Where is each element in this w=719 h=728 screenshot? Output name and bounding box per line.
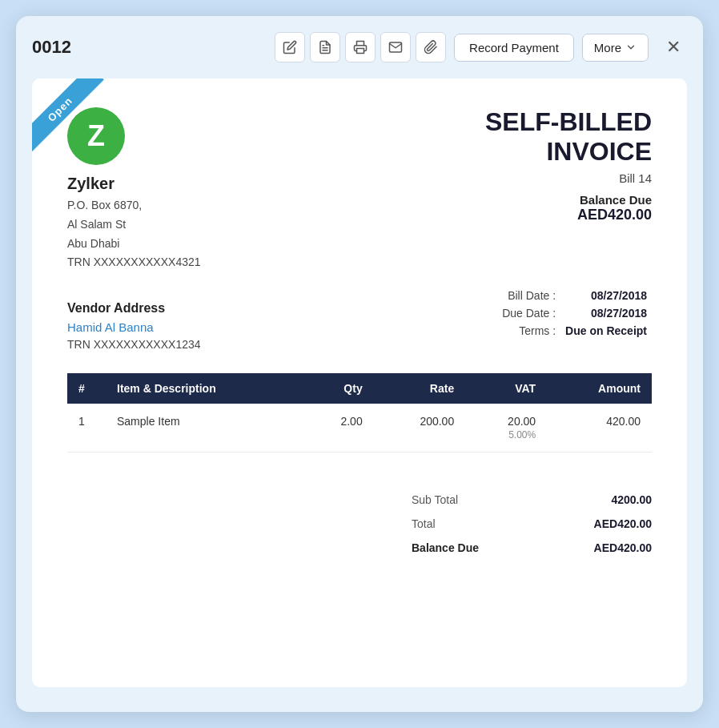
bill-date-row: Bill Date : 08/27/2018: [497, 287, 652, 304]
company-address: P.O. Box 6870, Al Salam St Abu Dhabi TRN…: [67, 196, 201, 272]
invoice-card: Open Z Zylker P.O. Box 6870, Al Salam St…: [32, 78, 687, 687]
row-rate: 200.00: [374, 404, 466, 452]
svg-rect-2: [357, 49, 364, 54]
invoice-title: SELF-BILLED INVOICE: [485, 107, 652, 167]
row-description: Sample Item: [106, 404, 302, 452]
row-vat-pct: 5.00%: [476, 429, 536, 440]
record-payment-button[interactable]: Record Payment: [454, 34, 574, 62]
items-table: # Item & Description Qty Rate VAT Amount…: [67, 373, 652, 452]
company-info: Z Zylker P.O. Box 6870, Al Salam St Abu …: [67, 107, 201, 272]
email-icon: [388, 40, 403, 54]
address-line1: P.O. Box 6870,: [67, 196, 201, 215]
invoice-id: 0012: [32, 37, 267, 58]
dates-section: Bill Date : 08/27/2018 Due Date : 08/27/…: [497, 287, 652, 340]
row-num: 1: [67, 404, 106, 452]
balance-amount: AED420.00: [485, 207, 652, 223]
company-logo-letter: Z: [87, 119, 105, 153]
due-date-label: Due Date :: [497, 304, 560, 322]
print-button[interactable]: [345, 32, 376, 62]
balance-due-label: Balance Due: [412, 541, 479, 554]
toolbar: 0012 Record Payment More ✕: [32, 32, 687, 62]
bill-date-label: Bill Date :: [497, 287, 560, 304]
email-button[interactable]: [380, 32, 411, 62]
bill-date-value: 08/27/2018: [560, 287, 652, 304]
table-header: # Item & Description Qty Rate VAT Amount: [67, 373, 652, 404]
col-rate: Rate: [374, 373, 466, 404]
due-date-row: Due Date : 08/27/2018: [497, 304, 652, 322]
main-window: 0012 Record Payment More ✕: [16, 16, 703, 712]
total-value: AED420.00: [594, 517, 652, 530]
close-button[interactable]: ✕: [660, 34, 687, 61]
due-date-value: 08/27/2018: [560, 304, 652, 322]
invoice-title-line1: SELF-BILLED: [485, 107, 652, 137]
invoice-title-block: SELF-BILLED INVOICE Bill 14 Balance Due …: [485, 107, 652, 223]
chevron-down-icon: [625, 42, 637, 53]
balance-due-row: Balance Due AED420.00: [412, 536, 652, 560]
col-vat: VAT: [465, 373, 547, 404]
total-row: Total AED420.00: [412, 512, 652, 536]
vendor-section: Vendor Address Hamid Al Banna TRN XXXXXX…: [67, 301, 201, 351]
balance-due-value: AED420.00: [594, 541, 652, 554]
row-amount: 420.00: [547, 404, 652, 452]
attachment-button[interactable]: [416, 32, 446, 62]
company-trn: TRN XXXXXXXXXXX4321: [67, 253, 201, 272]
totals-section: Sub Total 4200.00 Total AED420.00 Balanc…: [412, 488, 652, 560]
attachment-icon: [424, 40, 438, 54]
edit-icon: [283, 40, 297, 54]
col-amount: Amount: [547, 373, 652, 404]
bill-number: Bill 14: [485, 171, 652, 185]
address-line3: Abu Dhabi: [67, 235, 201, 254]
address-line2: Al Salam St: [67, 215, 201, 235]
subtotal-label: Sub Total: [412, 493, 458, 506]
row-qty: 2.00: [302, 404, 373, 452]
invoice-header: Z Zylker P.O. Box 6870, Al Salam St Abu …: [67, 107, 652, 272]
terms-value: Due on Receipt: [560, 322, 652, 340]
company-logo: Z: [67, 107, 125, 165]
total-label: Total: [412, 517, 436, 530]
col-description: Item & Description: [106, 373, 302, 404]
col-qty: Qty: [302, 373, 373, 404]
toolbar-icons: [275, 32, 446, 62]
col-num: #: [67, 373, 106, 404]
totals-wrapper: Sub Total 4200.00 Total AED420.00 Balanc…: [67, 472, 652, 560]
pdf-icon: [318, 40, 332, 54]
subtotal-value: 4200.00: [611, 493, 652, 506]
vendor-name-link[interactable]: Hamid Al Banna: [67, 320, 154, 334]
table-row: 1 Sample Item 2.00 200.00 20.005.00% 420…: [67, 404, 652, 452]
vendor-trn: TRN XXXXXXXXXXX1234: [67, 338, 201, 351]
terms-row: Terms : Due on Receipt: [497, 322, 652, 340]
more-button[interactable]: More: [582, 34, 649, 62]
print-icon: [353, 40, 368, 54]
edit-button[interactable]: [275, 32, 305, 62]
table-body: 1 Sample Item 2.00 200.00 20.005.00% 420…: [67, 404, 652, 452]
terms-label: Terms :: [497, 322, 560, 340]
middle-section: Vendor Address Hamid Al Banna TRN XXXXXX…: [67, 287, 652, 351]
dates-table: Bill Date : 08/27/2018 Due Date : 08/27/…: [497, 287, 652, 340]
row-vat: 20.005.00%: [465, 404, 547, 452]
invoice-title-line2: INVOICE: [485, 137, 652, 167]
items-section: # Item & Description Qty Rate VAT Amount…: [67, 373, 652, 452]
balance-label: Balance Due: [485, 193, 652, 207]
pdf-button[interactable]: [310, 32, 340, 62]
vendor-title: Vendor Address: [67, 301, 201, 316]
subtotal-row: Sub Total 4200.00: [412, 488, 652, 512]
more-label: More: [594, 41, 621, 54]
company-name: Zylker: [67, 175, 201, 193]
